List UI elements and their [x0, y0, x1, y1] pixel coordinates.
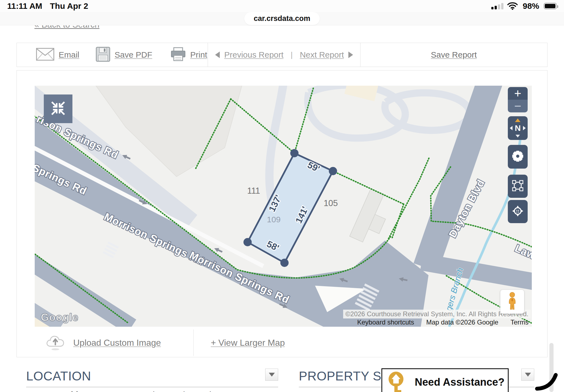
actions-divider	[193, 329, 194, 356]
collapse-arrows-icon	[50, 100, 66, 117]
location-section: LOCATION Property Address 109 Morrison S…	[26, 369, 278, 392]
property-type-label: Property Type	[299, 390, 392, 392]
battery-percent: 98%	[523, 1, 539, 11]
next-report-link[interactable]: Next Report	[300, 50, 344, 60]
print-label: Print	[190, 50, 207, 60]
map-data-text: Map data ©2026 Google	[426, 318, 498, 326]
battery-icon	[544, 3, 557, 9]
cellular-signal-icon	[491, 3, 503, 9]
view-larger-map-link[interactable]: + View Larger Map	[211, 338, 285, 348]
parcel-number-109: 109	[267, 215, 281, 224]
wifi-icon	[507, 1, 518, 11]
next-arrow-icon	[348, 52, 353, 58]
browser-url-bar: car.crsdata.com	[0, 12, 564, 25]
property-address-value: 109 Morrison Springs Rd	[120, 390, 211, 392]
compass-west-arrow-icon	[510, 126, 513, 130]
map-graphics: 59' 137' 141' 58' 111 105 109 rison Spri…	[35, 86, 532, 327]
map-canvas[interactable]: 59' 137' 141' 58' 111 105 109 rison Spri…	[35, 86, 532, 327]
map-controls: + − N	[508, 87, 528, 223]
chat-loader-arc	[531, 369, 564, 392]
address-pill[interactable]: car.crsdata.com	[244, 12, 320, 25]
report-toolbar: Email Save PDF	[17, 43, 547, 67]
date: Thu Apr 2	[50, 1, 88, 11]
location-title: LOCATION	[26, 369, 91, 383]
draw-selection-button[interactable]	[508, 175, 528, 198]
kebab-menu-icon: ⋮	[497, 378, 505, 386]
previous-report-link[interactable]: Previous Report	[224, 50, 283, 60]
floppy-disk-icon	[96, 47, 110, 63]
terms-link[interactable]: Terms	[511, 318, 528, 326]
gear-icon	[511, 150, 524, 164]
zoom-out-button[interactable]: −	[508, 100, 528, 112]
clock: 11:11 AM	[7, 1, 42, 11]
target-icon	[511, 205, 524, 218]
ipad-screen: 11:11 AM Thu Apr 2 98% car.crsdata.com	[0, 0, 564, 392]
previous-arrow-icon	[215, 52, 220, 58]
toolbar-separator: |	[288, 50, 295, 59]
need-assistance-label: Need Assistance?	[415, 376, 505, 388]
pegman-icon	[506, 292, 518, 312]
printer-icon	[170, 47, 186, 63]
parcel-number-111: 111	[247, 186, 260, 196]
parcel-number-105: 105	[324, 198, 338, 208]
locate-button[interactable]	[508, 200, 528, 223]
map-attribution-row: Keyboard shortcuts Map data ©2026 Google…	[355, 318, 531, 327]
email-button[interactable]: Email	[36, 48, 79, 62]
need-assistance-popup[interactable]: Need Assistance? ⋮	[381, 368, 509, 392]
compass-north-arrow-icon	[515, 118, 520, 122]
save-pdf-button[interactable]: Save PDF	[96, 47, 152, 63]
upload-custom-image-button[interactable]: Upload Custom Image	[45, 334, 161, 352]
print-button[interactable]: Print	[170, 47, 207, 63]
save-pdf-label: Save PDF	[115, 50, 152, 60]
email-label: Email	[59, 50, 79, 60]
property-address-row: Property Address 109 Morrison Springs Rd	[26, 390, 278, 392]
cloud-upload-icon	[45, 334, 66, 352]
collapse-map-button[interactable]	[44, 94, 72, 123]
compass-north-label: N	[515, 123, 521, 133]
selection-box-icon	[511, 179, 524, 193]
compass-east-arrow-icon	[523, 126, 526, 130]
chevron-down-icon	[269, 373, 275, 377]
status-bar: 11:11 AM Thu Apr 2 98%	[0, 0, 564, 12]
google-logo: Google	[41, 312, 78, 323]
compass-south-arrow-icon	[516, 135, 520, 137]
location-collapse-button[interactable]	[265, 369, 278, 381]
keyboard-shortcuts-link[interactable]: Keyboard shortcuts	[357, 318, 414, 326]
property-address-label: Property Address	[26, 390, 120, 392]
report-body: 59' 137' 141' 58' 111 105 109 rison Spri…	[17, 70, 547, 357]
upload-custom-image-label: Upload Custom Image	[73, 338, 161, 348]
save-report-link[interactable]: Save Report	[431, 50, 477, 60]
key-icon	[387, 371, 405, 392]
chevron-down-icon	[525, 373, 531, 377]
map-settings-button[interactable]	[508, 145, 528, 169]
map-actions-row: Upload Custom Image + View Larger Map	[35, 329, 532, 356]
compass-control[interactable]: N	[508, 116, 528, 140]
pegman-button[interactable]	[500, 290, 524, 314]
zoom-in-button[interactable]: +	[508, 87, 528, 100]
envelope-icon	[36, 48, 54, 62]
